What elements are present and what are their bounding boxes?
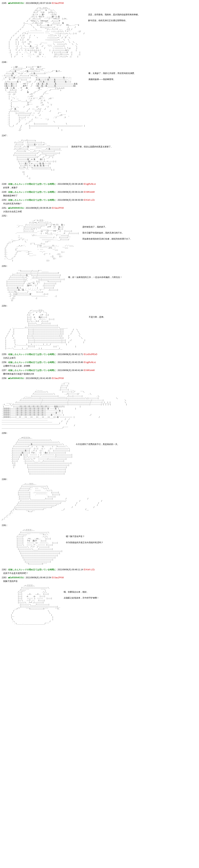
reply-line: 好世界，来脑子 xyxy=(2,186,197,189)
dialogue: 今天也遇到了优秀的孩子们，真是美好的一天。 xyxy=(76,435,119,448)
post-date: 2021/08/08(天) 00:38:21.04 xyxy=(57,191,83,193)
post-number[interactable]: 2256 xyxy=(2,361,6,364)
reply-text: 主的正义体罚 xyxy=(3,357,15,359)
post-id[interactable]: ID:KsK-L/Zz xyxy=(84,199,95,201)
post-id[interactable]: ID:WKIsIeM xyxy=(84,191,95,193)
reply-line: 让哪种子们走上正道，好神啊 xyxy=(2,365,197,368)
post-date: 2021/08/08(天) 00:39:35.28 xyxy=(26,207,51,209)
post-header: 2260 : xyxy=(2,478,197,480)
post: 2254 : ,r';;;;;三三＼ /;;'' * * ''＼ /;| テ .… xyxy=(2,305,197,351)
post: 2259 : .,rﾃ三三三ﾕ,. /;;;;;;;;;;;;;;;;;;;;;… xyxy=(2,432,197,477)
post-number[interactable]: 2261 xyxy=(2,524,6,527)
post-number[interactable]: 2262 xyxy=(2,568,6,571)
ascii-art: ,r;三三三;,. /;;;;;;;;;;;;;;;;;;;;;;;＼ ./;;… xyxy=(2,529,63,565)
post: 2245 : ◆EaR30lh9COLl : 2021/08/08(天) 00:… xyxy=(2,2,197,60)
ascii-art: ,r'ﾃ;;三三\,, .//;;ﾆ'' ＊ ''ﾆ;＼ .ｹ;;｢ *(ケ |… xyxy=(2,7,85,58)
post-header: 2253 : xyxy=(2,265,197,267)
post: 2261 : ,r;三三三;,. /;;;;;;;;;;;;;;;;;;;;;;… xyxy=(2,524,197,567)
reply-text: 这孩子不会是天使同伴吧？ xyxy=(3,572,28,575)
reply-line: 脑筋都是神经了 xyxy=(2,194,197,197)
post-id[interactable]: ID:qgRuNLvz xyxy=(84,361,96,364)
post-number[interactable]: 2247 xyxy=(2,134,6,137)
post-number[interactable]: 2246 xyxy=(2,61,6,63)
dialogue-line: 哦，好！如果我找到工作，一定会向你布施的，六郎先生！ xyxy=(68,275,122,279)
post-header: 2263 : ◆EaR30lh9COLl : 2021/08/08(天) 00:… xyxy=(2,576,197,579)
reply-text: 大我分头动员工作吧 xyxy=(3,210,22,213)
post-id[interactable]: ID:KsK-L/Zz xyxy=(84,568,95,571)
dialogue-line: 而如果你发现你的兄弟们有难，就轮到你挥洒汗水了。 xyxy=(82,237,132,241)
dialogue-line: 美丽的旋律——我的蜂室球。 xyxy=(88,77,136,82)
post-id[interactable]: ID:Sau2FKW xyxy=(52,377,64,379)
ascii-art: 』;;尨ﾗ___. 』;;;;ﾚ'''尨/l' ..|;;;;;;r''' ..… xyxy=(2,66,85,131)
post-number[interactable]: 2252 xyxy=(2,215,6,217)
post-date: 2021/08/08(天) 00:40:25.86 xyxy=(57,361,83,364)
post-number[interactable]: 2259 xyxy=(2,432,6,434)
post-header: 2247 : xyxy=(2,134,197,137)
post: 2252 : .,r''ﾃ;三三- /;;レ=|,r;;;;;二二:＼ ..＿_… xyxy=(2,215,197,264)
post-number[interactable]: 2257 xyxy=(2,369,6,372)
post-number[interactable]: 2250 xyxy=(2,199,6,201)
post-name: ◆EaR30lh9COLl xyxy=(8,207,24,209)
dialogue: 嗯？脑子里有声音？作为我使徒的天使正在向我低吟私语吗？ xyxy=(66,527,103,546)
reply-text: 我脑子里的声音 xyxy=(3,580,18,582)
post-date: 2021/08/08(天) 00:37:10.04 xyxy=(26,2,51,4)
ascii-art: .,|'''| .|::::| |::::| .＿___ .|::::::| .… xyxy=(2,382,127,429)
post-header: 2255 : 名無しさんスレッドの理め立ては空いている時間に : 2021/08… xyxy=(2,353,197,356)
post-header: 2261 : xyxy=(2,524,197,527)
post-header: 2251 : ◆EaR30lh9COLl : 2021/08/08(天) 00:… xyxy=(2,207,197,210)
reply-text: 脑筋都是神经了 xyxy=(3,194,18,197)
post-id[interactable]: ID:qgRuNLvz xyxy=(84,183,96,185)
post-body: .,|'''| .|::::| |::::| .＿___ .|::::::| .… xyxy=(2,380,197,431)
post-body: ,r';;;;;三三＼ /;;'' * * ''＼ /;| テ .|テ |;| … xyxy=(2,308,197,351)
post-number[interactable]: 2258 xyxy=(2,377,6,379)
ascii-art: .,r''ﾃ;三三- /;;レ=|,r;;;;;二二:＼ ..＿__ /;:;:… xyxy=(2,220,79,261)
post-header: 2262 : 名無しさんスレッドの理め立ては空いている時間に : 2021/08… xyxy=(2,568,197,571)
post-id[interactable]: ID:Sau2FKW xyxy=(52,207,64,209)
post: 2255 : 名無しさんスレッドの理め立ては空いている時間に : 2021/08… xyxy=(2,353,197,360)
post-body: .__/;;;/|;;;;;;┐ /;;;;;;/ ..|;;;;;;;;;;;… xyxy=(2,137,197,181)
post-id[interactable]: ID:WKIsIeM xyxy=(84,369,95,372)
dialogue-line: 今天也遇到了优秀的孩子们，真是美好的一天。 xyxy=(76,442,119,446)
post-body: ''ﾗ;;;;;;;;;/;;;;;ﾃ''______ .__.|;;;;;;;… xyxy=(2,268,197,303)
post-name: 名無しさんスレッドの理め立ては空いている時間に xyxy=(8,191,56,193)
post: 2263 : ◆EaR30lh9COLl : 2021/08/08(天) 00:… xyxy=(2,576,197,626)
post: 2251 : ◆EaR30lh9COLl : 2021/08/08(天) 00:… xyxy=(2,207,197,213)
post-number[interactable]: 2251 xyxy=(2,207,6,209)
post-number[interactable]: 2254 xyxy=(2,305,6,307)
reply-text: 幸运的究竟为何物？ xyxy=(3,203,22,205)
post-body: .,rﾃ三三三ﾕ,. /;;;;;;;;;;;;;;;;;;;;;;;;;;;＼… xyxy=(2,435,197,477)
ascii-art: ,r';;;;;三三＼ /;;'' * * ''＼ /;| テ .|テ |;| … xyxy=(2,310,85,350)
post-number[interactable]: 2248 xyxy=(2,183,6,185)
post-number[interactable]: 2253 xyxy=(2,265,6,267)
post-header: 2250 : 名無しさんスレッドの理め立ては空いている時間に : 2021/08… xyxy=(2,198,197,202)
ascii-art: ''ﾗ;;;;;;;;;/;;;;;ﾃ''______ .__.|;;;;;;;… xyxy=(2,270,65,301)
post-header: 2259 : xyxy=(2,432,197,434)
post: 2250 : 名無しさんスレッドの理め立ては空いている時間に : 2021/08… xyxy=(2,198,197,205)
post-name: ◆EaR30lh9COLl xyxy=(8,576,24,579)
reply-text: 哪些神衣服言行就是个普通的大M xyxy=(3,373,34,375)
post-id[interactable]: ID:Sau2FKW xyxy=(52,576,64,579)
ascii-art: .__/;;;/|;;;;;;┐ /;;;;;;/ ..|;;;;;;;;;;;… xyxy=(2,140,68,179)
post-body: .,r;;;三三;,. /;;;;;;;;;;;;;;;;;;;;;＼ ./;;… xyxy=(2,481,197,523)
reply-line: 主的正义体罚 xyxy=(2,356,197,360)
post-header: 2257 : 名無しさんスレッドの理め立ては空いている時間に : 2021/08… xyxy=(2,369,197,372)
reply-line: 大我分头动员工作吧 xyxy=(2,210,197,213)
post-body: 』;;尨ﾗ___. 』;;;;ﾚ'''尨/l' ..|;;;;;;r''' ..… xyxy=(2,64,197,133)
post-id[interactable]: ID:Sau2FKW xyxy=(52,2,64,4)
post: 2262 : 名無しさんスレッドの理め立ては空いている時間に : 2021/08… xyxy=(2,568,197,575)
post-name: 名無しさんスレッドの理め立ては空いている時間に xyxy=(8,361,56,364)
post-number[interactable]: 2260 xyxy=(2,478,6,480)
post-date: 2021/08/08(天) 00:38:30.58 xyxy=(57,199,83,201)
dialogue-line: 换句话说，你的兄弟们正在通过我帮助你。 xyxy=(88,18,140,23)
ascii-art: .,rﾃ三三三ﾕ,. /;;;;;;;;;;;;;;;;;;;;;;;;;;;＼… xyxy=(2,437,72,475)
post-id[interactable]: ID:zxDs3PEvD xyxy=(84,353,97,355)
post-number[interactable]: 2255 xyxy=(2,353,6,355)
reply-text: 好世界，来脑子 xyxy=(3,186,18,189)
post-number[interactable]: 2245 xyxy=(2,2,6,4)
post-name: 名無しさんスレッドの理め立ては空いている時間に xyxy=(8,568,56,571)
post-number[interactable]: 2263 xyxy=(2,576,6,579)
post-number[interactable]: 2249 xyxy=(2,191,6,193)
post: 2249 : 名無しさんスレッドの理め立ては空いている時間に : 2021/08… xyxy=(2,191,197,197)
dialogue: 不是六郎，是神。 xyxy=(89,308,106,321)
post-body: ,r;三三三;, /;;;;;;;;;;;;;;;;;;;;;;＼ ./;;;;… xyxy=(2,583,197,626)
